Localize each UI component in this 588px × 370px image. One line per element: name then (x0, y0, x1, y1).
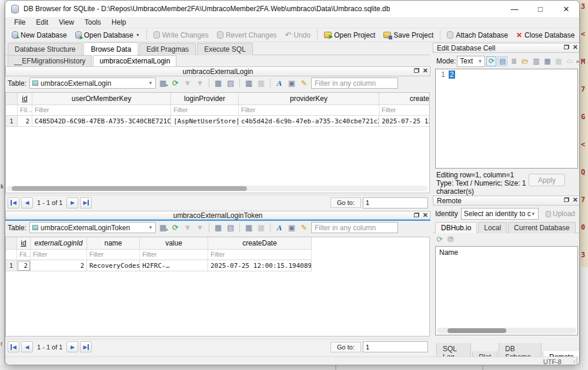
first-record-button[interactable]: ◀ (8, 341, 19, 352)
menu-view[interactable]: View (54, 17, 79, 28)
cell-createdate[interactable]: 2025-07-25 12: (379, 116, 430, 127)
tab-local[interactable]: Local (478, 222, 507, 233)
previous-record-button[interactable]: ◀ (21, 197, 33, 208)
cell-value-text[interactable]: 2 (449, 70, 455, 79)
filter-input-loginprovider[interactable]: Filter (171, 105, 239, 116)
undo-button[interactable]: ↶ Undo (281, 29, 315, 41)
menu-edit[interactable]: Edit (31, 17, 54, 28)
save-project-button[interactable]: Save Project (379, 30, 437, 41)
import-icon[interactable]: ▦← (243, 223, 254, 233)
export-icon[interactable]: ▦ (256, 223, 266, 233)
last-record-button[interactable]: ▶ (80, 341, 92, 352)
column-header-createdate[interactable]: createDate (208, 237, 312, 250)
font-icon[interactable]: A (274, 78, 285, 89)
resize-grip-icon[interactable] (572, 358, 577, 364)
table-select[interactable]: umbracoExternalLoginToken ▼ (29, 222, 156, 233)
open-project-button[interactable]: ➤ Open Project (320, 30, 379, 41)
panel2-header[interactable]: umbracoExternalLoginToken ✕ (5, 211, 430, 220)
table-select[interactable]: umbracoExternalLogin ▼ (29, 78, 156, 89)
title-bar[interactable]: DB Browser for SQLite - D:\Repos\Umbraco… (5, 1, 579, 17)
identity-select[interactable]: Select an identity to con ▼ (461, 208, 539, 220)
cell-id[interactable]: 2 (18, 116, 32, 127)
tab-browse-data[interactable]: Browse Data (83, 42, 138, 55)
cell-externalloginid[interactable]: 2 (31, 260, 87, 271)
remote-header[interactable]: Remote ✕ (433, 196, 580, 206)
column-header-externalloginid[interactable]: externalLoginId (31, 237, 87, 250)
subtab-umbracoexternallogin[interactable]: umbracoExternalLogin (93, 55, 176, 66)
tab-edit-pragmas[interactable]: Edit Pragmas (139, 43, 196, 55)
filter-input-createdate[interactable]: Filter (208, 250, 312, 260)
menu-help[interactable]: Help (106, 17, 132, 28)
cell-id-selected[interactable]: 2 (17, 260, 31, 271)
minimize-button[interactable]: — (502, 1, 527, 17)
float-panel-icon[interactable] (564, 197, 569, 202)
scrollbar-handle[interactable] (12, 186, 247, 191)
filter-input-userormemberkey[interactable]: Filter (32, 105, 171, 116)
next-record-button[interactable]: ▶ (66, 197, 78, 208)
goto-button[interactable]: Go to: (330, 342, 361, 352)
clone-database-icon[interactable]: ⛃ (447, 235, 454, 244)
cell-createdate[interactable]: 2025-07-25 12:00:15.1940899 (208, 260, 312, 271)
column-header-id[interactable]: id (17, 237, 31, 250)
refresh-icon[interactable]: ⟳ (170, 78, 181, 89)
open-file-icon[interactable]: 🗁 (520, 56, 530, 66)
cell-name[interactable]: RecoveryCodes (87, 260, 140, 271)
filter-input-providerkey[interactable]: Filter (239, 105, 379, 116)
column-header-value[interactable]: value (140, 237, 208, 250)
tab-current-database[interactable]: Current Database (508, 222, 576, 233)
export-icon[interactable]: ▦ (256, 78, 266, 89)
tab-execute-sql[interactable]: Execute SQL (197, 43, 253, 55)
print-icon[interactable]: ▤ (225, 78, 236, 89)
auto-refresh-icon[interactable]: ⟳ (486, 56, 496, 66)
panel1-header[interactable]: umbracoExternalLogin ✕ (5, 66, 430, 76)
filter-input-value[interactable]: Filter (140, 250, 208, 260)
insert-record-icon[interactable]: ▦+ (158, 223, 168, 233)
list-column-header-name[interactable]: Name (436, 247, 577, 258)
close-panel-icon[interactable]: ✕ (423, 68, 428, 73)
goto-button[interactable]: Go to: (330, 197, 361, 208)
new-database-button[interactable]: + New Database (8, 30, 71, 41)
maximize-button[interactable]: □ (527, 1, 553, 17)
scrollbar-handle[interactable] (447, 328, 506, 333)
filter-input-id[interactable]: Fil... (18, 105, 32, 116)
filter-input-id[interactable]: Fil... (17, 250, 31, 260)
tab-database-structure[interactable]: Database Structure (8, 43, 82, 55)
filter-input-createdate[interactable]: Filter (379, 105, 430, 116)
cell-value-editor[interactable]: 1 2 (435, 69, 578, 169)
row-number[interactable]: 1 (6, 260, 17, 271)
save-file-icon[interactable]: ▥ (531, 56, 541, 66)
cell-providerkey[interactable]: c4b5d42d-6c9b-47eb-a735-3c40cbe721c3 (239, 116, 379, 127)
text-mode-icon[interactable]: ▤ (497, 56, 507, 66)
float-panel-icon[interactable] (414, 213, 419, 217)
column-header-createdate[interactable]: create (379, 93, 430, 105)
font-icon[interactable]: A (274, 223, 285, 233)
float-panel-icon[interactable] (414, 68, 419, 73)
edit-cell-icon[interactable]: ✎ (299, 223, 309, 233)
import-icon[interactable]: ▦← (243, 78, 254, 89)
next-record-button[interactable]: ▶ (66, 341, 78, 352)
clear-filters-icon[interactable]: ▼ (195, 223, 205, 233)
cell-loginprovider[interactable]: [AspNetUserStore] (171, 116, 239, 127)
revert-changes-button[interactable]: Revert Changes (213, 30, 281, 41)
new-record-icon[interactable]: ▦ (213, 78, 223, 89)
cell-userormemberkey[interactable]: C4B5D42D-6C9B-47EB-A735-3C40CBE721C3 (32, 116, 171, 127)
cell-value[interactable]: H2FRC-… (140, 260, 208, 271)
upload-button[interactable]: Upload (543, 208, 578, 219)
edit-cell-header[interactable]: Edit Database Cell ✕ (433, 43, 580, 53)
mode-select[interactable]: Text ▼ (457, 56, 485, 67)
filter-any-column-input[interactable] (311, 222, 398, 233)
goto-input[interactable] (363, 341, 428, 352)
attach-database-button[interactable]: Attach Database (443, 30, 512, 41)
float-panel-icon[interactable] (564, 45, 569, 49)
refresh-icon[interactable]: ⟳ (170, 223, 181, 233)
close-panel-icon[interactable]: ✕ (573, 44, 578, 50)
image-icon[interactable]: ▣ (286, 223, 297, 233)
row-number[interactable]: 1 (6, 116, 18, 127)
overflow-chevron-icon[interactable]: » (576, 58, 579, 65)
image-icon[interactable]: ▣ (286, 78, 297, 89)
filter-input-externalloginid[interactable]: Filter (31, 250, 87, 260)
export-cell-icon[interactable]: ▦ (553, 56, 563, 66)
filter-icon[interactable]: ▼ (182, 223, 193, 233)
open-database-button[interactable]: ➤ Open Database ▼ (71, 30, 144, 41)
close-database-button[interactable]: ✕ Close Database (512, 30, 579, 41)
